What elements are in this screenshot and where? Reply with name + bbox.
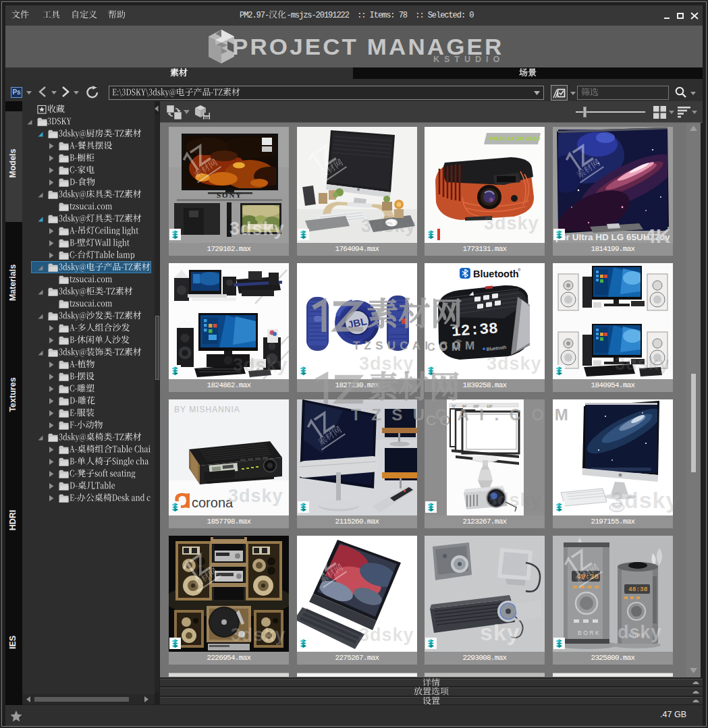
svg-text:®: ®: [518, 268, 521, 272]
svg-text:BY MISHANNIA: BY MISHANNIA: [174, 405, 240, 414]
svg-text:SONY: SONY: [217, 191, 242, 199]
svg-text:PREDATOR Z650: PREDATOR Z650: [490, 136, 541, 142]
svg-text:48:38: 48:38: [628, 586, 648, 593]
svg-text:Bluetooth: Bluetooth: [473, 269, 519, 279]
svg-text:corona: corona: [192, 495, 234, 510]
svg-text:4K: 4K: [645, 225, 671, 243]
svg-text:BORK: BORK: [578, 629, 601, 636]
